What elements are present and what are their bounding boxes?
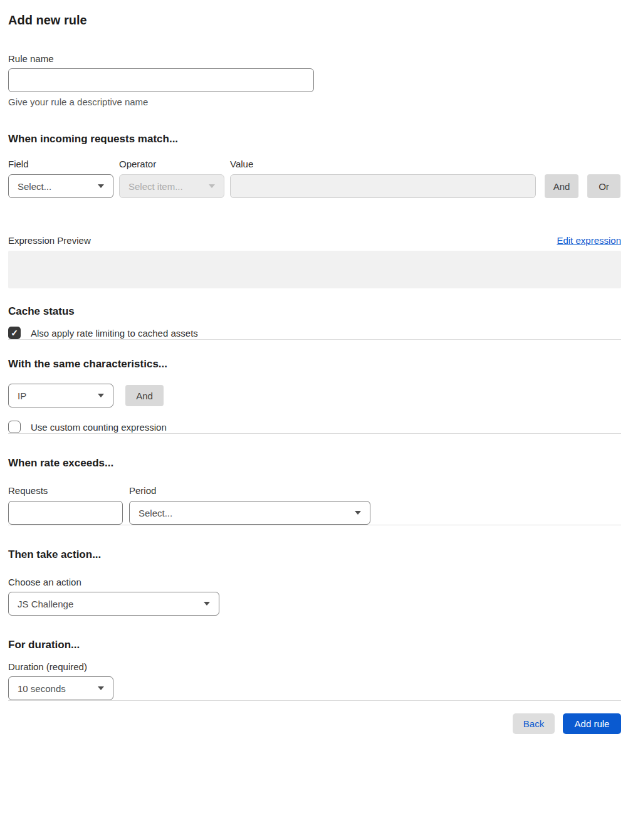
for-duration-heading: For duration...: [8, 639, 621, 651]
chevron-down-icon: [98, 686, 104, 690]
characteristics-heading: With the same characteristics...: [8, 358, 621, 370]
edit-expression-link[interactable]: Edit expression: [557, 235, 621, 246]
expression-preview-box: [8, 251, 621, 288]
cached-assets-label: Also apply rate limiting to cached asset…: [31, 328, 198, 339]
characteristic-select-value: IP: [18, 391, 26, 401]
rule-name-label: Rule name: [8, 53, 621, 65]
chevron-down-icon: [98, 394, 104, 397]
field-select[interactable]: Select...: [8, 174, 113, 198]
chevron-down-icon: [204, 602, 210, 606]
counting-expression-checkbox[interactable]: [8, 421, 21, 433]
section-divider: [8, 433, 621, 434]
counting-expression-row: Use custom counting expression: [8, 421, 621, 433]
section-divider: [8, 525, 621, 525]
expression-preview-header: Expression Preview Edit expression: [8, 235, 621, 246]
cached-assets-checkbox[interactable]: ✓: [8, 327, 21, 339]
expression-preview-label: Expression Preview: [8, 235, 91, 246]
operator-select: Select item...: [119, 174, 224, 198]
footer-divider: [8, 700, 621, 701]
choose-action-label: Choose an action: [8, 577, 621, 588]
check-icon: ✓: [11, 328, 18, 337]
section-divider: [8, 339, 621, 340]
chevron-down-icon: [98, 184, 104, 188]
value-input: [230, 174, 536, 198]
value-column: Value: [230, 159, 536, 198]
requests-label: Requests: [8, 485, 123, 496]
period-select-value: Select...: [139, 508, 172, 518]
rate-row: Requests Period Select...: [8, 485, 621, 525]
field-select-value: Select...: [18, 181, 51, 192]
operator-column: Operator Select item...: [119, 159, 224, 198]
and-button[interactable]: And: [545, 174, 578, 198]
requests-input[interactable]: [8, 501, 123, 525]
take-action-heading: Then take action...: [8, 549, 621, 561]
action-select-value: JS Challenge: [18, 599, 73, 609]
requests-column: Requests: [8, 485, 123, 525]
duration-select[interactable]: 10 seconds: [8, 676, 113, 700]
counting-expression-label: Use custom counting expression: [31, 422, 167, 433]
add-rule-form: Add new rule Rule name Give your rule a …: [0, 13, 628, 743]
rate-exceeds-heading: When rate exceeds...: [8, 457, 621, 470]
chevron-down-icon: [355, 511, 361, 515]
add-rule-button[interactable]: Add rule: [563, 713, 621, 734]
match-condition-row: Field Select... Operator Select item... …: [8, 159, 621, 198]
chevron-down-icon: [209, 184, 215, 188]
duration-select-value: 10 seconds: [18, 683, 66, 694]
or-button[interactable]: Or: [587, 174, 620, 198]
match-section-heading: When incoming requests match...: [8, 133, 621, 145]
back-button[interactable]: Back: [513, 713, 555, 734]
rule-name-helper: Give your rule a descriptive name: [8, 97, 621, 108]
operator-label: Operator: [119, 159, 224, 170]
value-label: Value: [230, 159, 536, 170]
characteristic-select[interactable]: IP: [8, 384, 113, 407]
characteristic-and-button[interactable]: And: [125, 385, 164, 406]
characteristics-row: IP And: [8, 384, 621, 407]
condition-logic-buttons: And Or: [545, 174, 620, 198]
page-title: Add new rule: [8, 13, 621, 28]
operator-select-value: Select item...: [128, 181, 183, 192]
action-select[interactable]: JS Challenge: [8, 592, 219, 616]
cached-assets-row: ✓ Also apply rate limiting to cached ass…: [8, 327, 621, 339]
field-column: Field Select...: [8, 159, 113, 198]
period-column: Period Select...: [129, 485, 370, 525]
field-label: Field: [8, 159, 113, 170]
cache-status-heading: Cache status: [8, 305, 621, 318]
duration-label: Duration (required): [8, 661, 621, 673]
rule-name-input[interactable]: [8, 68, 314, 92]
period-select[interactable]: Select...: [129, 501, 370, 525]
footer-actions: Back Add rule: [8, 713, 621, 734]
period-label: Period: [129, 485, 370, 496]
